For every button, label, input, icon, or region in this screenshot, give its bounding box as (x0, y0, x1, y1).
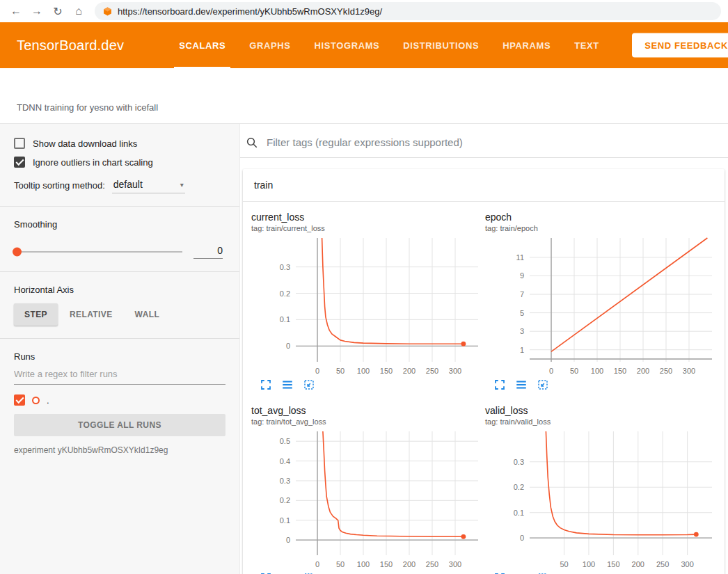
chart-title: tot_avg_loss (251, 405, 482, 416)
svg-text:100: 100 (583, 560, 595, 568)
back-icon[interactable]: ← (7, 2, 25, 20)
divider (0, 206, 239, 207)
nav-tabs: SCALARS GRAPHS HISTOGRAMS DISTRIBUTIONS … (167, 22, 611, 68)
smoothing-value[interactable]: 0 (193, 245, 223, 259)
address-bar[interactable]: https://tensorboard.dev/experiment/yKUbh… (95, 2, 721, 20)
run-checkbox-icon[interactable] (14, 394, 25, 406)
svg-text:200: 200 (637, 367, 649, 375)
svg-text:0.2: 0.2 (280, 289, 290, 298)
tag-filter-row (240, 124, 728, 158)
checkbox-checked-icon[interactable] (14, 157, 25, 168)
svg-text:50: 50 (570, 367, 578, 375)
tab-graphs[interactable]: GRAPHS (237, 22, 302, 68)
settings-sidebar: Show data download links Ignore outliers… (0, 124, 240, 574)
divider (0, 338, 239, 339)
svg-text:0: 0 (286, 536, 290, 544)
axis-relative-button[interactable]: RELATIVE (59, 303, 123, 326)
browser-chrome: ← → ↻ ⌂ https://tensorboard.dev/experime… (0, 0, 728, 22)
chart-title: epoch (485, 212, 716, 223)
svg-text:200: 200 (403, 367, 416, 375)
view-data-icon[interactable] (281, 378, 294, 391)
experiment-header: TDNN training for yesno with icefall (0, 68, 728, 124)
url-text: https://tensorboard.dev/experiment/yKUbh… (118, 6, 382, 17)
smoothing-label: Smoothing (14, 219, 225, 230)
svg-text:250: 250 (426, 560, 438, 568)
chart-plot[interactable]: 05010015020025030000.10.20.30.40.5 (251, 426, 482, 569)
axis-step-button[interactable]: STEP (14, 303, 58, 326)
svg-text:0.1: 0.1 (280, 516, 290, 525)
toggle-all-runs-button[interactable]: TOGGLE ALL RUNS (14, 414, 225, 436)
app-title: TensorBoard.dev (17, 38, 124, 54)
scalars-main: train current_loss tag: train/current_lo… (240, 124, 728, 574)
slider-thumb[interactable] (13, 248, 22, 257)
tag-group-title[interactable]: train (243, 169, 725, 202)
run-list-item[interactable]: . (14, 394, 225, 406)
svg-text:3: 3 (520, 327, 524, 335)
tab-hparams[interactable]: HPARAMS (491, 22, 562, 68)
svg-text:100: 100 (357, 560, 370, 568)
chart-tag: tag: train/valid_loss (485, 417, 716, 426)
ignore-outliers-label: Ignore outliers in chart scaling (33, 157, 153, 168)
send-feedback-button[interactable]: SEND FEEDBACK (632, 33, 728, 58)
axis-wall-button[interactable]: WALL (125, 303, 171, 326)
svg-text:150: 150 (380, 367, 393, 375)
tab-histograms[interactable]: HISTOGRAMS (302, 22, 391, 68)
svg-text:5: 5 (520, 309, 524, 317)
tab-distributions[interactable]: DISTRIBUTIONS (391, 22, 491, 68)
smoothing-slider[interactable] (14, 251, 182, 253)
svg-text:11: 11 (516, 253, 524, 262)
checkbox-unchecked-icon[interactable] (14, 138, 25, 149)
view-data-icon[interactable] (515, 378, 528, 391)
chart-plot[interactable]: 0501001502002503001357911 (485, 232, 716, 376)
tab-scalars[interactable]: SCALARS (167, 22, 237, 68)
chart-tag: tag: train/current_loss (251, 224, 482, 232)
chart-card-epoch: epoch tag: train/epoch 05010015020025030… (485, 212, 716, 391)
chart-tag: tag: train/tot_avg_loss (251, 417, 482, 426)
tooltip-sorting-select[interactable]: default ▾ (112, 179, 185, 193)
svg-text:50: 50 (336, 367, 345, 375)
fit-domain-icon[interactable] (303, 378, 315, 391)
tab-text[interactable]: TEXT (562, 22, 611, 68)
svg-text:50: 50 (560, 560, 568, 568)
svg-text:150: 150 (614, 367, 626, 375)
svg-text:0: 0 (286, 342, 290, 350)
svg-text:150: 150 (607, 560, 619, 568)
svg-text:0.3: 0.3 (280, 263, 290, 271)
tooltip-sorting-value: default (113, 179, 143, 190)
svg-text:0.2: 0.2 (280, 496, 290, 504)
svg-text:0.1: 0.1 (280, 315, 290, 324)
svg-text:0.3: 0.3 (280, 477, 290, 485)
reload-icon[interactable]: ↻ (49, 2, 67, 20)
experiment-title: TDNN training for yesno with icefall (17, 102, 158, 113)
expand-chart-icon[interactable] (493, 378, 506, 391)
svg-text:9: 9 (520, 271, 524, 280)
svg-text:250: 250 (426, 367, 438, 375)
svg-text:0.3: 0.3 (514, 458, 524, 466)
svg-text:0: 0 (315, 560, 319, 568)
svg-text:200: 200 (632, 560, 644, 568)
chart-plot[interactable]: 05010015020025030000.10.20.3 (251, 232, 482, 376)
svg-text:7: 7 (520, 290, 524, 298)
runs-filter-input[interactable] (14, 363, 225, 385)
tensorboard-favicon (103, 7, 112, 16)
divider (0, 271, 239, 272)
fit-domain-icon[interactable] (537, 378, 549, 391)
chevron-down-icon: ▾ (180, 181, 184, 189)
forward-icon[interactable]: → (28, 2, 46, 20)
svg-text:0.5: 0.5 (280, 437, 290, 445)
train-card: train current_loss tag: train/current_lo… (243, 169, 725, 574)
chart-tag: tag: train/epoch (485, 224, 716, 232)
svg-text:100: 100 (591, 367, 603, 375)
chart-card-tot-avg-loss: tot_avg_loss tag: train/tot_avg_loss 050… (251, 405, 482, 574)
app-bar: TensorBoard.dev SCALARS GRAPHS HISTOGRAM… (0, 22, 728, 68)
chart-card-current-loss: current_loss tag: train/current_loss 050… (251, 212, 482, 391)
ignore-outliers-checkbox[interactable]: Ignore outliers in chart scaling (14, 157, 225, 168)
chart-plot[interactable]: 5010015020025030000.10.20.3 (485, 426, 716, 569)
tag-filter-input[interactable] (265, 136, 717, 149)
svg-text:300: 300 (681, 560, 693, 568)
expand-chart-icon[interactable] (260, 378, 272, 391)
svg-text:50: 50 (336, 560, 345, 568)
show-download-links-checkbox[interactable]: Show data download links (14, 138, 225, 149)
home-icon[interactable]: ⌂ (70, 2, 88, 20)
svg-text:300: 300 (449, 560, 461, 568)
